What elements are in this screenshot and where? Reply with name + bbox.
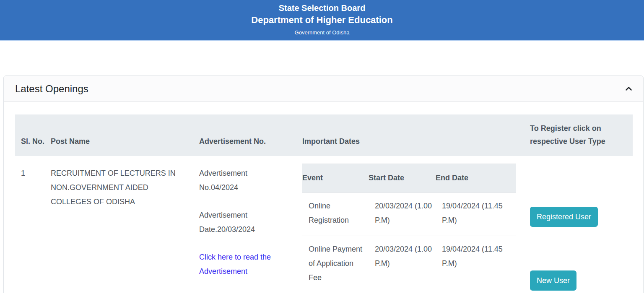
registered-user-button[interactable]: Registered User [530,207,598,227]
event-start-date: 20/03/2024 (1.00 P.M) [369,236,436,294]
dates-header-start: Start Date [369,164,436,193]
header-advertisement-no: Advertisement No. [199,114,302,156]
dates-header-event: Event [302,164,369,193]
openings-table: Sl. No. Post Name Advertisement No. Impo… [15,114,633,293]
app-header: State Selection Board Department of High… [0,0,644,41]
row-register-cell: Registered User New User [530,156,633,293]
header-important-dates: Important Dates [302,114,530,156]
latest-openings-panel: Latest Openings Sl. No. Post Name Advert… [3,75,644,293]
table-row: 1 RECRUITMENT OF LECTURERS IN NON.GOVERN… [15,156,633,293]
panel-collapse-header[interactable]: Latest Openings [4,76,643,102]
event-end-date: 19/04/2024 (11.45 P.M) [436,193,516,236]
chevron-up-icon[interactable] [625,86,632,91]
event-start-date: 20/03/2024 (1.00 P.M) [369,193,436,236]
dates-header-row: Event Start Date End Date [302,164,516,193]
panel-body: Sl. No. Post Name Advertisement No. Impo… [4,102,643,293]
header-sl-no: Sl. No. [15,114,51,156]
advertisement-date: Advertisement Date.20/03/2024 [199,208,286,237]
row-post-name: RECRUITMENT OF LECTURERS IN NON.GOVERNME… [51,156,199,293]
government-subtitle: Government of Odisha [0,29,644,36]
header-post-name: Post Name [51,114,199,156]
row-sl-no: 1 [15,156,51,293]
org-title: State Selection Board [0,2,644,14]
advertisement-link[interactable]: Click here to read the Advertisement [199,250,286,278]
openings-table-header-row: Sl. No. Post Name Advertisement No. Impo… [15,114,633,156]
row-important-dates-cell: Event Start Date End Date Online Registr… [302,156,530,293]
header-register: To Register click on respective User Typ… [530,114,633,156]
department-title: Department of Higher Education [0,14,644,26]
row-advertisement-cell: Advertisement No.04/2024 Advertisement D… [199,156,302,293]
panel-title: Latest Openings [15,83,88,95]
dates-row-registration: Online Registration 20/03/2024 (1.00 P.M… [302,193,516,236]
dates-header-end: End Date [436,164,516,193]
event-end-date: 19/04/2024 (11.45 P.M) [436,236,516,294]
dates-row-payment: Online Payment of Application Fee 20/03/… [302,236,516,294]
event-name: Online Payment of Application Fee [302,236,369,294]
event-name: Online Registration [302,193,369,236]
advertisement-number: Advertisement No.04/2024 [199,166,286,195]
new-user-button[interactable]: New User [530,270,576,291]
important-dates-table: Event Start Date End Date Online Registr… [302,164,516,293]
